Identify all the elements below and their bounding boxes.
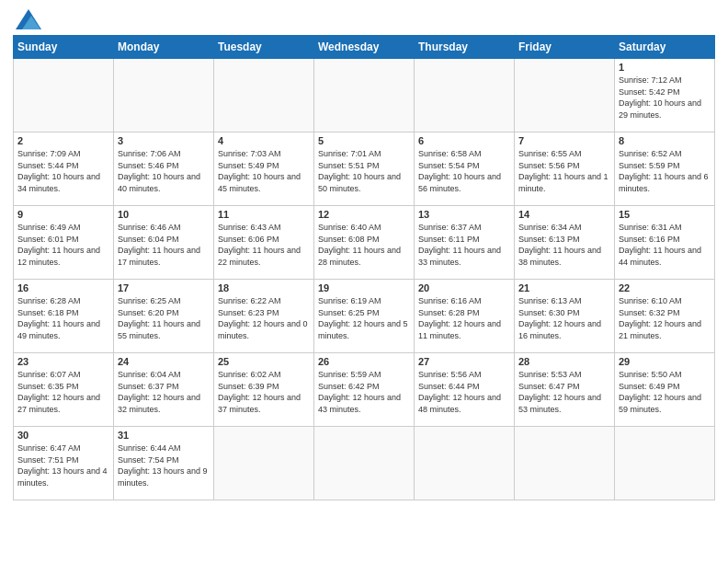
- day-number: 22: [619, 282, 711, 293]
- calendar-cell: 28Sunrise: 5:53 AM Sunset: 6:47 PM Dayli…: [515, 353, 615, 427]
- calendar-cell: 27Sunrise: 5:56 AM Sunset: 6:44 PM Dayli…: [415, 353, 515, 427]
- calendar-cell: 6Sunrise: 6:58 AM Sunset: 5:54 PM Daylig…: [415, 132, 515, 206]
- calendar-week-row: 23Sunrise: 6:07 AM Sunset: 6:35 PM Dayli…: [14, 353, 715, 427]
- calendar-table: SundayMondayTuesdayWednesdayThursdayFrid…: [13, 35, 715, 500]
- weekday-header-row: SundayMondayTuesdayWednesdayThursdayFrid…: [14, 36, 715, 59]
- calendar-cell: 17Sunrise: 6:25 AM Sunset: 6:20 PM Dayli…: [114, 280, 214, 353]
- calendar-cell: [114, 59, 214, 132]
- calendar-cell: 31Sunrise: 6:44 AM Sunset: 7:54 PM Dayli…: [114, 427, 214, 500]
- calendar-cell: [214, 427, 314, 500]
- day-info: Sunrise: 7:12 AM Sunset: 5:42 PM Dayligh…: [619, 75, 711, 121]
- calendar-body: 1Sunrise: 7:12 AM Sunset: 5:42 PM Daylig…: [14, 59, 715, 500]
- weekday-header-friday: Friday: [515, 36, 615, 59]
- day-number: 10: [118, 209, 210, 220]
- calendar-cell: 7Sunrise: 6:55 AM Sunset: 5:56 PM Daylig…: [515, 132, 615, 206]
- day-info: Sunrise: 6:37 AM Sunset: 6:11 PM Dayligh…: [418, 222, 510, 268]
- day-info: Sunrise: 6:02 AM Sunset: 6:39 PM Dayligh…: [218, 369, 310, 415]
- calendar-week-row: 16Sunrise: 6:28 AM Sunset: 6:18 PM Dayli…: [14, 280, 715, 353]
- day-info: Sunrise: 6:22 AM Sunset: 6:23 PM Dayligh…: [218, 295, 310, 341]
- day-number: 8: [619, 135, 711, 146]
- weekday-header-tuesday: Tuesday: [214, 36, 314, 59]
- day-info: Sunrise: 7:09 AM Sunset: 5:44 PM Dayligh…: [17, 148, 109, 194]
- day-info: Sunrise: 6:04 AM Sunset: 6:37 PM Dayligh…: [118, 369, 210, 415]
- calendar-cell: 1Sunrise: 7:12 AM Sunset: 5:42 PM Daylig…: [615, 59, 715, 132]
- day-info: Sunrise: 6:40 AM Sunset: 6:08 PM Dayligh…: [318, 222, 410, 268]
- weekday-header-sunday: Sunday: [14, 36, 114, 59]
- day-info: Sunrise: 6:19 AM Sunset: 6:25 PM Dayligh…: [318, 295, 410, 341]
- calendar-cell: [314, 427, 415, 500]
- calendar-cell: 19Sunrise: 6:19 AM Sunset: 6:25 PM Dayli…: [314, 280, 415, 353]
- day-number: 12: [318, 209, 410, 220]
- header-section: [13, 9, 715, 29]
- day-number: 21: [518, 282, 610, 293]
- day-info: Sunrise: 6:58 AM Sunset: 5:54 PM Dayligh…: [418, 148, 510, 194]
- day-info: Sunrise: 5:56 AM Sunset: 6:44 PM Dayligh…: [418, 369, 510, 415]
- day-number: 9: [17, 209, 109, 220]
- day-number: 4: [218, 135, 310, 146]
- day-info: Sunrise: 6:47 AM Sunset: 7:51 PM Dayligh…: [17, 442, 109, 488]
- day-number: 26: [318, 356, 410, 367]
- day-info: Sunrise: 6:25 AM Sunset: 6:20 PM Dayligh…: [118, 295, 210, 341]
- calendar-cell: 24Sunrise: 6:04 AM Sunset: 6:37 PM Dayli…: [114, 353, 214, 427]
- calendar-cell: 29Sunrise: 5:50 AM Sunset: 6:49 PM Dayli…: [615, 353, 715, 427]
- calendar-cell: [214, 59, 314, 132]
- calendar-page: SundayMondayTuesdayWednesdayThursdayFrid…: [0, 0, 728, 563]
- day-number: 1: [619, 62, 711, 73]
- day-number: 2: [17, 135, 109, 146]
- day-info: Sunrise: 7:06 AM Sunset: 5:46 PM Dayligh…: [118, 148, 210, 194]
- calendar-cell: 12Sunrise: 6:40 AM Sunset: 6:08 PM Dayli…: [314, 206, 415, 280]
- day-info: Sunrise: 6:16 AM Sunset: 6:28 PM Dayligh…: [418, 295, 510, 341]
- day-number: 29: [619, 356, 711, 367]
- day-info: Sunrise: 7:01 AM Sunset: 5:51 PM Dayligh…: [318, 148, 410, 194]
- calendar-cell: 4Sunrise: 7:03 AM Sunset: 5:49 PM Daylig…: [214, 132, 314, 206]
- calendar-week-row: 30Sunrise: 6:47 AM Sunset: 7:51 PM Dayli…: [14, 427, 715, 500]
- day-number: 23: [17, 356, 109, 367]
- day-info: Sunrise: 6:10 AM Sunset: 6:32 PM Dayligh…: [619, 295, 711, 341]
- calendar-cell: 25Sunrise: 6:02 AM Sunset: 6:39 PM Dayli…: [214, 353, 314, 427]
- day-number: 28: [518, 356, 610, 367]
- calendar-cell: 21Sunrise: 6:13 AM Sunset: 6:30 PM Dayli…: [515, 280, 615, 353]
- day-info: Sunrise: 6:52 AM Sunset: 5:59 PM Dayligh…: [619, 148, 711, 194]
- day-number: 6: [418, 135, 510, 146]
- day-number: 11: [218, 209, 310, 220]
- day-number: 13: [418, 209, 510, 220]
- calendar-cell: 15Sunrise: 6:31 AM Sunset: 6:16 PM Dayli…: [615, 206, 715, 280]
- calendar-cell: 11Sunrise: 6:43 AM Sunset: 6:06 PM Dayli…: [214, 206, 314, 280]
- calendar-week-row: 1Sunrise: 7:12 AM Sunset: 5:42 PM Daylig…: [14, 59, 715, 132]
- logo-icon: [16, 9, 41, 29]
- logo-area: [13, 9, 41, 29]
- calendar-header: SundayMondayTuesdayWednesdayThursdayFrid…: [14, 36, 715, 59]
- calendar-cell: [14, 59, 114, 132]
- calendar-cell: 3Sunrise: 7:06 AM Sunset: 5:46 PM Daylig…: [114, 132, 214, 206]
- weekday-header-wednesday: Wednesday: [314, 36, 415, 59]
- calendar-cell: 10Sunrise: 6:46 AM Sunset: 6:04 PM Dayli…: [114, 206, 214, 280]
- day-info: Sunrise: 6:07 AM Sunset: 6:35 PM Dayligh…: [17, 369, 109, 415]
- day-number: 3: [118, 135, 210, 146]
- calendar-cell: 22Sunrise: 6:10 AM Sunset: 6:32 PM Dayli…: [615, 280, 715, 353]
- calendar-cell: 23Sunrise: 6:07 AM Sunset: 6:35 PM Dayli…: [14, 353, 114, 427]
- day-number: 16: [17, 282, 109, 293]
- calendar-cell: 13Sunrise: 6:37 AM Sunset: 6:11 PM Dayli…: [415, 206, 515, 280]
- day-info: Sunrise: 6:46 AM Sunset: 6:04 PM Dayligh…: [118, 222, 210, 268]
- day-info: Sunrise: 5:50 AM Sunset: 6:49 PM Dayligh…: [619, 369, 711, 415]
- calendar-cell: 30Sunrise: 6:47 AM Sunset: 7:51 PM Dayli…: [14, 427, 114, 500]
- day-info: Sunrise: 5:53 AM Sunset: 6:47 PM Dayligh…: [518, 369, 610, 415]
- calendar-cell: [415, 59, 515, 132]
- calendar-cell: 18Sunrise: 6:22 AM Sunset: 6:23 PM Dayli…: [214, 280, 314, 353]
- day-info: Sunrise: 6:34 AM Sunset: 6:13 PM Dayligh…: [518, 222, 610, 268]
- calendar-cell: 9Sunrise: 6:49 AM Sunset: 6:01 PM Daylig…: [14, 206, 114, 280]
- day-number: 27: [418, 356, 510, 367]
- logo: [13, 9, 41, 29]
- calendar-cell: [615, 427, 715, 500]
- calendar-cell: [515, 427, 615, 500]
- day-number: 20: [418, 282, 510, 293]
- day-number: 14: [518, 209, 610, 220]
- calendar-cell: 26Sunrise: 5:59 AM Sunset: 6:42 PM Dayli…: [314, 353, 415, 427]
- weekday-header-thursday: Thursday: [415, 36, 515, 59]
- calendar-cell: [415, 427, 515, 500]
- calendar-cell: 16Sunrise: 6:28 AM Sunset: 6:18 PM Dayli…: [14, 280, 114, 353]
- calendar-cell: [314, 59, 415, 132]
- day-number: 5: [318, 135, 410, 146]
- day-number: 25: [218, 356, 310, 367]
- calendar-week-row: 2Sunrise: 7:09 AM Sunset: 5:44 PM Daylig…: [14, 132, 715, 206]
